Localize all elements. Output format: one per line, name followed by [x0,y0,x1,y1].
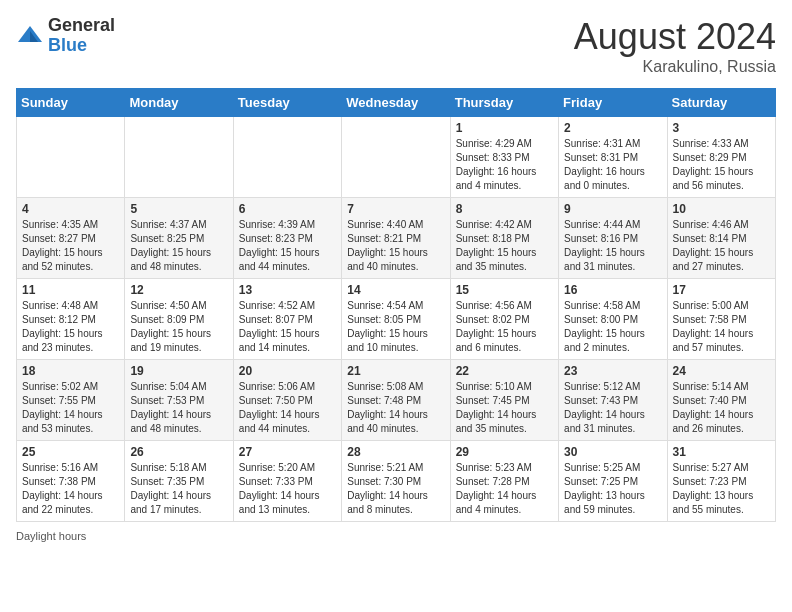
day-info: Sunrise: 5:23 AM Sunset: 7:28 PM Dayligh… [456,461,553,517]
day-number: 9 [564,202,661,216]
day-number: 21 [347,364,444,378]
day-info: Sunrise: 4:52 AM Sunset: 8:07 PM Dayligh… [239,299,336,355]
day-info: Sunrise: 4:46 AM Sunset: 8:14 PM Dayligh… [673,218,770,274]
day-number: 31 [673,445,770,459]
calendar-cell: 24Sunrise: 5:14 AM Sunset: 7:40 PM Dayli… [667,360,775,441]
calendar-cell: 23Sunrise: 5:12 AM Sunset: 7:43 PM Dayli… [559,360,667,441]
footer: Daylight hours [16,530,776,542]
calendar-location: Karakulino, Russia [574,58,776,76]
day-number: 17 [673,283,770,297]
calendar-cell: 5Sunrise: 4:37 AM Sunset: 8:25 PM Daylig… [125,198,233,279]
day-info: Sunrise: 5:06 AM Sunset: 7:50 PM Dayligh… [239,380,336,436]
day-info: Sunrise: 5:00 AM Sunset: 7:58 PM Dayligh… [673,299,770,355]
day-info: Sunrise: 4:44 AM Sunset: 8:16 PM Dayligh… [564,218,661,274]
calendar-cell [342,117,450,198]
calendar-cell: 30Sunrise: 5:25 AM Sunset: 7:25 PM Dayli… [559,441,667,522]
day-number: 29 [456,445,553,459]
calendar-cell: 9Sunrise: 4:44 AM Sunset: 8:16 PM Daylig… [559,198,667,279]
logo-blue: Blue [48,36,115,56]
calendar-cell [17,117,125,198]
calendar-cell: 12Sunrise: 4:50 AM Sunset: 8:09 PM Dayli… [125,279,233,360]
day-info: Sunrise: 4:50 AM Sunset: 8:09 PM Dayligh… [130,299,227,355]
calendar-header-wednesday: Wednesday [342,89,450,117]
day-number: 12 [130,283,227,297]
day-number: 3 [673,121,770,135]
calendar-cell: 14Sunrise: 4:54 AM Sunset: 8:05 PM Dayli… [342,279,450,360]
calendar-cell: 13Sunrise: 4:52 AM Sunset: 8:07 PM Dayli… [233,279,341,360]
logo-icon [16,22,44,50]
calendar-header-monday: Monday [125,89,233,117]
day-number: 19 [130,364,227,378]
day-info: Sunrise: 5:04 AM Sunset: 7:53 PM Dayligh… [130,380,227,436]
day-info: Sunrise: 4:39 AM Sunset: 8:23 PM Dayligh… [239,218,336,274]
day-info: Sunrise: 5:12 AM Sunset: 7:43 PM Dayligh… [564,380,661,436]
day-info: Sunrise: 5:14 AM Sunset: 7:40 PM Dayligh… [673,380,770,436]
day-info: Sunrise: 4:35 AM Sunset: 8:27 PM Dayligh… [22,218,119,274]
calendar-cell: 17Sunrise: 5:00 AM Sunset: 7:58 PM Dayli… [667,279,775,360]
calendar-cell: 4Sunrise: 4:35 AM Sunset: 8:27 PM Daylig… [17,198,125,279]
day-number: 7 [347,202,444,216]
day-number: 10 [673,202,770,216]
day-number: 20 [239,364,336,378]
day-info: Sunrise: 5:16 AM Sunset: 7:38 PM Dayligh… [22,461,119,517]
calendar-week-5: 25Sunrise: 5:16 AM Sunset: 7:38 PM Dayli… [17,441,776,522]
day-info: Sunrise: 4:29 AM Sunset: 8:33 PM Dayligh… [456,137,553,193]
day-number: 24 [673,364,770,378]
day-info: Sunrise: 5:25 AM Sunset: 7:25 PM Dayligh… [564,461,661,517]
calendar-cell: 7Sunrise: 4:40 AM Sunset: 8:21 PM Daylig… [342,198,450,279]
calendar-cell: 11Sunrise: 4:48 AM Sunset: 8:12 PM Dayli… [17,279,125,360]
day-number: 6 [239,202,336,216]
calendar-cell: 31Sunrise: 5:27 AM Sunset: 7:23 PM Dayli… [667,441,775,522]
calendar-table: SundayMondayTuesdayWednesdayThursdayFrid… [16,88,776,522]
day-number: 4 [22,202,119,216]
calendar-cell: 28Sunrise: 5:21 AM Sunset: 7:30 PM Dayli… [342,441,450,522]
day-number: 27 [239,445,336,459]
calendar-week-1: 1Sunrise: 4:29 AM Sunset: 8:33 PM Daylig… [17,117,776,198]
calendar-header-sunday: Sunday [17,89,125,117]
day-info: Sunrise: 5:02 AM Sunset: 7:55 PM Dayligh… [22,380,119,436]
day-info: Sunrise: 4:48 AM Sunset: 8:12 PM Dayligh… [22,299,119,355]
calendar-title: August 2024 [574,16,776,58]
title-block: August 2024 Karakulino, Russia [574,16,776,76]
day-number: 14 [347,283,444,297]
calendar-cell: 21Sunrise: 5:08 AM Sunset: 7:48 PM Dayli… [342,360,450,441]
day-number: 18 [22,364,119,378]
calendar-cell: 15Sunrise: 4:56 AM Sunset: 8:02 PM Dayli… [450,279,558,360]
day-info: Sunrise: 4:56 AM Sunset: 8:02 PM Dayligh… [456,299,553,355]
day-number: 28 [347,445,444,459]
logo-general: General [48,16,115,36]
day-number: 23 [564,364,661,378]
day-number: 22 [456,364,553,378]
day-number: 13 [239,283,336,297]
day-info: Sunrise: 4:37 AM Sunset: 8:25 PM Dayligh… [130,218,227,274]
calendar-week-2: 4Sunrise: 4:35 AM Sunset: 8:27 PM Daylig… [17,198,776,279]
day-number: 30 [564,445,661,459]
calendar-header-tuesday: Tuesday [233,89,341,117]
day-info: Sunrise: 5:08 AM Sunset: 7:48 PM Dayligh… [347,380,444,436]
day-info: Sunrise: 5:10 AM Sunset: 7:45 PM Dayligh… [456,380,553,436]
page-header: General Blue August 2024 Karakulino, Rus… [16,16,776,76]
day-number: 11 [22,283,119,297]
calendar-cell: 20Sunrise: 5:06 AM Sunset: 7:50 PM Dayli… [233,360,341,441]
calendar-cell [125,117,233,198]
logo-text: General Blue [48,16,115,56]
calendar-cell: 25Sunrise: 5:16 AM Sunset: 7:38 PM Dayli… [17,441,125,522]
day-info: Sunrise: 5:18 AM Sunset: 7:35 PM Dayligh… [130,461,227,517]
day-info: Sunrise: 4:54 AM Sunset: 8:05 PM Dayligh… [347,299,444,355]
day-number: 8 [456,202,553,216]
calendar-header-thursday: Thursday [450,89,558,117]
calendar-cell: 3Sunrise: 4:33 AM Sunset: 8:29 PM Daylig… [667,117,775,198]
day-info: Sunrise: 4:42 AM Sunset: 8:18 PM Dayligh… [456,218,553,274]
day-number: 26 [130,445,227,459]
day-info: Sunrise: 5:27 AM Sunset: 7:23 PM Dayligh… [673,461,770,517]
day-number: 16 [564,283,661,297]
day-number: 5 [130,202,227,216]
calendar-cell [233,117,341,198]
day-info: Sunrise: 4:33 AM Sunset: 8:29 PM Dayligh… [673,137,770,193]
day-number: 15 [456,283,553,297]
calendar-cell: 2Sunrise: 4:31 AM Sunset: 8:31 PM Daylig… [559,117,667,198]
logo: General Blue [16,16,115,56]
calendar-cell: 27Sunrise: 5:20 AM Sunset: 7:33 PM Dayli… [233,441,341,522]
calendar-cell: 6Sunrise: 4:39 AM Sunset: 8:23 PM Daylig… [233,198,341,279]
calendar-cell: 8Sunrise: 4:42 AM Sunset: 8:18 PM Daylig… [450,198,558,279]
